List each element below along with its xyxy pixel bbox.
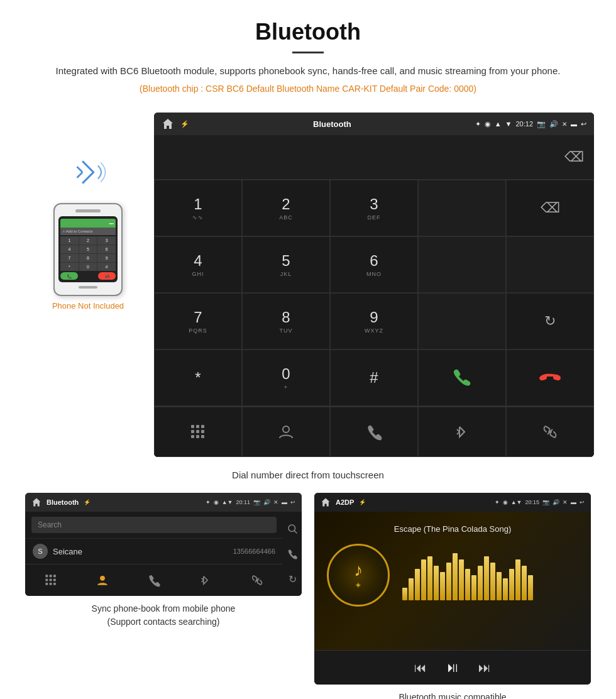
usb-icon: ⚡ [180,120,189,128]
contacts-icon [277,423,295,441]
eq-bar [528,575,533,600]
dial-refresh-btn[interactable]: ↻ [506,293,594,350]
svg-point-30 [100,576,105,581]
pb-contacts-btn[interactable] [77,564,128,596]
status-bar-right: ✦ ◉ ▲ ▼ 20:12 📷 🔊 ✕ ▬ ↩ [475,120,586,128]
dial-key-3[interactable]: 3 DEF [330,180,418,236]
dial-call-button[interactable] [418,350,506,406]
a2dp-loc: ◉ [503,499,508,505]
phone-icon [365,423,383,441]
eq-bar [465,569,470,600]
a2dp-bt-icon: ✦ [495,499,500,505]
dial-key-9[interactable]: 9 WXYZ [330,293,418,350]
a2dp-time: 20:15 [525,499,539,505]
phone-keypad: 1 2 3 4 5 6 7 8 9 * 0 # [60,236,116,271]
svg-point-34 [289,525,295,532]
a2dp-art-area: ♪ ✦ [327,544,578,607]
pb-time: 20:11 [236,499,250,505]
pb-bottom-bar [25,564,283,596]
dial-key-6[interactable]: 6 MNO [330,236,418,293]
phone-key: 5 [79,245,97,253]
dial-key-2[interactable]: 2 ABC [242,180,330,236]
back-icon[interactable]: ↩ [581,120,586,128]
camera-icon[interactable]: 📷 [537,120,546,128]
svg-rect-12 [191,435,194,438]
eq-bar [459,559,464,600]
dial-empty-3 [506,236,594,293]
eq-bar [490,563,495,600]
svg-rect-21 [45,575,48,577]
delete-icon: ⌫ [541,200,560,216]
contacts-action[interactable] [242,407,330,457]
phone-call-green: 📞 [60,272,78,280]
settings-action[interactable] [506,407,594,457]
pb-min: ▬ [282,499,287,505]
phone-screen-add: + Add to Contacts [60,228,116,235]
backspace-button[interactable]: ⌫ [564,149,584,165]
home-icon[interactable] [162,118,174,130]
svg-rect-29 [53,583,56,585]
eq-bar [497,572,502,600]
phone-bottom-row: 📞 📵 [60,272,116,280]
phone-action[interactable] [330,407,418,457]
dial-hangup-button[interactable] [506,350,594,406]
page-title: Bluetooth [38,19,578,45]
pb-search-bar[interactable]: Search [31,517,277,533]
pb-contact-name: Seicane [53,547,82,556]
pb-main-area: Search S Seicane 13566664466 [25,512,302,596]
dial-key-star[interactable]: * [154,350,242,406]
pb-call-icon[interactable] [287,548,298,562]
pb-home-icon[interactable] [31,497,41,507]
link-icon [541,423,559,441]
refresh-icon: ↻ [544,313,556,329]
phone-key: 2 [79,236,97,245]
phone-screen: ▪▪▪ + Add to Contacts 1 2 3 4 5 6 7 8 9 … [58,216,118,282]
pb-left-panel: Search S Seicane 13566664466 [25,512,283,596]
minimize-icon[interactable]: ▬ [571,121,577,128]
pb-refresh-icon[interactable]: ↻ [289,573,297,585]
svg-rect-26 [53,579,56,581]
dial-key-0[interactable]: 0 + [242,350,330,406]
pb-contact-row[interactable]: S Seicane 13566664466 [25,538,283,564]
dial-key-1[interactable]: 1 ∿∿ [154,180,242,236]
prev-track-button[interactable]: ⏮ [414,661,427,675]
bluetooth-signal-icon [66,150,110,197]
phone-key: 4 [60,245,79,253]
pb-back: ↩ [290,499,295,505]
svg-rect-10 [196,430,199,433]
a2dp-status-right: ✦ ◉ ▲▼ 20:15 📷 🔊 ✕ ▬ ↩ [495,499,585,505]
bluetooth-action[interactable] [418,407,506,457]
phone-key: 3 [97,236,116,245]
eq-bar [484,556,489,600]
pb-link-btn[interactable] [231,564,283,596]
dial-key-5[interactable]: 5 JKL [242,236,330,293]
dial-key-7[interactable]: 7 PQRS [154,293,242,350]
phone-key: 0 [79,263,97,271]
next-track-button[interactable]: ⏭ [478,661,491,675]
phone-body: ▪▪▪ + Add to Contacts 1 2 3 4 5 6 7 8 9 … [53,203,123,296]
svg-rect-6 [191,425,194,428]
dial-empty-1 [418,180,506,236]
svg-rect-28 [50,583,52,585]
keypad-action[interactable] [154,407,242,457]
a2dp-cam: 📷 [542,499,549,505]
svg-rect-23 [53,575,56,577]
close-icon[interactable]: ✕ [562,121,567,128]
pb-phone-btn[interactable] [128,564,180,596]
dial-key-8[interactable]: 8 TUV [242,293,330,350]
dial-key-4[interactable]: 4 GHI [154,236,242,293]
eq-bar [440,572,445,600]
volume-icon[interactable]: 🔊 [549,120,558,128]
pb-keypad-btn[interactable] [25,564,77,596]
pb-bt-btn[interactable] [180,564,231,596]
dial-key-hash[interactable]: # [330,350,418,406]
pb-right-icons: ↻ [283,512,302,596]
dial-backspace-btn[interactable]: ⌫ [506,180,594,236]
pb-search-icon[interactable] [287,523,298,537]
pb-contact-letter: S [33,544,48,559]
svg-rect-8 [201,425,204,428]
pb-phone-icon [147,573,161,587]
a2dp-home-icon[interactable] [321,497,331,507]
play-pause-button[interactable]: ⏯ [446,659,459,676]
pb-keypad-icon [44,573,58,587]
